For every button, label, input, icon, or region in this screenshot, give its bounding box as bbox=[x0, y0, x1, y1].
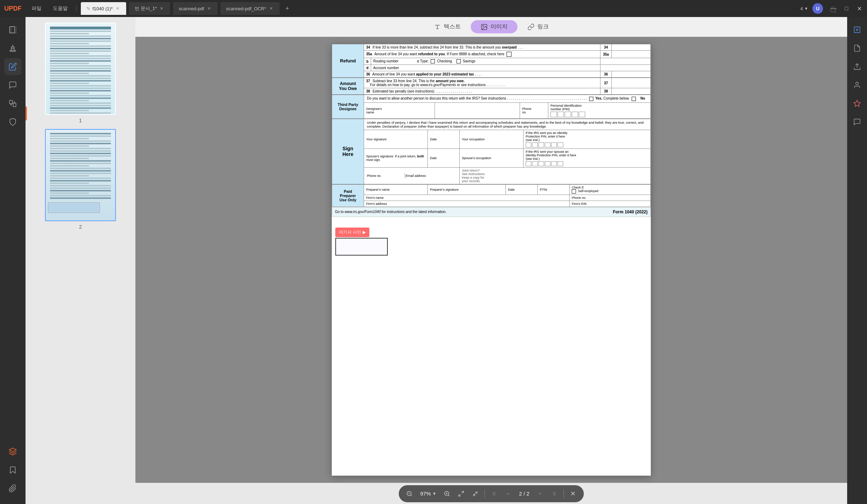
page-up-button[interactable] bbox=[502, 487, 515, 500]
nav-next-button[interactable] bbox=[548, 487, 561, 500]
svg-line-13 bbox=[462, 491, 464, 493]
tab-blank-close[interactable]: ✕ bbox=[159, 6, 164, 11]
thumbnail-page-1[interactable]: 1 bbox=[45, 23, 116, 123]
thumbnail-number-1: 1 bbox=[79, 118, 82, 123]
toolbar-image-label: 이미지 bbox=[491, 23, 508, 30]
phone-email-row: Phone no. Email address bbox=[364, 167, 460, 184]
preparers-sig-label: Preparer's signature bbox=[428, 184, 506, 195]
sidebar-item-convert[interactable] bbox=[4, 95, 21, 112]
spouse-pin-label: If the IRS sent your spouse anIdentity P… bbox=[524, 149, 651, 167]
fit-page-button[interactable] bbox=[469, 487, 482, 500]
toolbar-link-button[interactable]: 링크 bbox=[518, 20, 559, 33]
sidebar-item-stamp[interactable] bbox=[4, 40, 21, 57]
check-if-area: Check if: Self-employed bbox=[570, 184, 651, 195]
document-page: Refund 34 If line 33 is more than line 2… bbox=[332, 44, 651, 476]
row-b-content: Routing number c Type: Checking Savings bbox=[371, 58, 600, 65]
third-party-table: Third PartyDesignee Do you want to allow… bbox=[332, 95, 651, 118]
row-d-value bbox=[600, 65, 651, 71]
toolbar-image-button[interactable]: 이미지 bbox=[471, 20, 518, 33]
sidebar-item-pages[interactable] bbox=[4, 21, 21, 38]
user-avatar[interactable]: U bbox=[812, 3, 823, 14]
fit-width-icon bbox=[458, 491, 464, 497]
toolbar-text-label: 텍스트 bbox=[444, 23, 461, 30]
row-38-content: 38 Estimated tax penalty (see instructio… bbox=[364, 88, 600, 95]
zoom-dropdown-button[interactable]: ▼ bbox=[432, 491, 436, 496]
svg-point-6 bbox=[483, 25, 484, 26]
nav-close-button[interactable]: ✕ bbox=[567, 487, 580, 500]
sign-arrow-icon: ▶ bbox=[363, 230, 366, 235]
date-label-prep: Date bbox=[506, 184, 538, 195]
joint-return-note: Joint return?See instructions.Keep a cop… bbox=[460, 167, 651, 184]
document-area[interactable]: Refund 34 If line 33 is more than line 2… bbox=[135, 37, 847, 483]
tab-f1040[interactable]: ✎ f1040 (1)* ✕ bbox=[81, 2, 126, 15]
sign-icon bbox=[853, 81, 861, 89]
row-35a-linenum: 35a bbox=[600, 51, 612, 58]
tab-f1040-close[interactable]: ✕ bbox=[115, 6, 121, 11]
add-tab-button[interactable]: + bbox=[283, 4, 292, 13]
sign-annotation[interactable]: 여기서 사인 ▶ bbox=[335, 228, 388, 256]
row-b-sub: b bbox=[364, 58, 371, 65]
designees-name-field bbox=[435, 102, 520, 118]
amount-owe-table: AmountYou Owe 37 Subtract line 33 from l… bbox=[332, 78, 651, 95]
page-down-button[interactable] bbox=[534, 487, 547, 500]
content-area: 텍스트 이미지 링크 bbox=[135, 17, 847, 504]
spouse-signature-label: Spouse's signature. If a joint return, b… bbox=[364, 149, 428, 167]
third-party-label: Third PartyDesignee bbox=[332, 95, 364, 118]
identity-pin-label: If the IRS sent you an IdentityProtectio… bbox=[524, 130, 651, 149]
right-icon-export[interactable] bbox=[849, 58, 866, 75]
tab-scanned-ocr-close[interactable]: ✕ bbox=[268, 6, 274, 11]
export-icon bbox=[853, 63, 861, 71]
right-icon-ocr[interactable] bbox=[849, 21, 866, 38]
fit-width-button[interactable] bbox=[455, 487, 468, 500]
savings-label: Savings bbox=[463, 59, 475, 63]
close-button[interactable]: ✕ bbox=[856, 5, 863, 12]
left-sidebar bbox=[0, 17, 26, 504]
right-comment-icon bbox=[853, 118, 861, 126]
nav-prev-button[interactable] bbox=[488, 487, 500, 500]
search-button[interactable] bbox=[825, 17, 841, 20]
divider bbox=[76, 5, 77, 12]
tab-f1040-label: f1040 (1)* bbox=[93, 6, 113, 11]
refund-label: Refund bbox=[332, 44, 364, 78]
page-up-icon bbox=[505, 491, 511, 497]
right-icon-comment[interactable] bbox=[849, 113, 866, 130]
row-34-linenum: 34 bbox=[600, 44, 612, 51]
bottom-bar: 97% ▼ bbox=[135, 483, 847, 504]
ptin-label: PTIN bbox=[538, 184, 570, 195]
row-37-content: 37 Subtract line 33 from line 24. This i… bbox=[364, 78, 600, 88]
toolbar-link-label: 링크 bbox=[537, 23, 549, 30]
sidebar-item-comment[interactable] bbox=[4, 77, 21, 94]
sidebar-item-layers[interactable] bbox=[4, 443, 21, 460]
zoom-out-button[interactable] bbox=[403, 487, 416, 500]
tab-scanned-ocr[interactable]: scanned-pdf_OCR* ✕ bbox=[220, 2, 280, 15]
svg-marker-20 bbox=[854, 100, 860, 106]
app-logo[interactable]: UPDF bbox=[4, 5, 22, 12]
zoom-in-button[interactable] bbox=[441, 487, 453, 500]
sidebar-item-edit[interactable] bbox=[4, 58, 21, 75]
thumbnail-panel: 1 bbox=[26, 17, 135, 504]
form-id: Form 1040 (2022) bbox=[613, 209, 648, 214]
menu-help[interactable]: 도움말 bbox=[49, 4, 72, 13]
tab-edit-icon: ✎ bbox=[86, 6, 90, 11]
right-icon-convert[interactable] bbox=[849, 40, 866, 57]
toolbar-text-button[interactable]: 텍스트 bbox=[424, 20, 471, 33]
sidebar-item-bookmark[interactable] bbox=[4, 461, 21, 478]
sidebar-item-attach[interactable] bbox=[4, 480, 21, 497]
tab-blank[interactable]: 빈 문서_1* ✕ bbox=[129, 2, 170, 15]
thumbnail-page-2[interactable]: 2 bbox=[45, 129, 116, 230]
tab-scanned[interactable]: scanned-pdf ✕ bbox=[173, 2, 218, 15]
phone-no-cell: Phone no. bbox=[366, 173, 405, 178]
right-icon-sign[interactable] bbox=[849, 77, 866, 94]
sign-box bbox=[335, 238, 388, 256]
tab-scanned-close[interactable]: ✕ bbox=[206, 6, 212, 11]
right-icon-ai[interactable] bbox=[849, 95, 866, 112]
row-36-content: 36 Amount of line 34 you want applied to… bbox=[364, 71, 600, 78]
row-38-linenum: 38 bbox=[600, 88, 612, 95]
thumbnail-page-content-1 bbox=[46, 23, 115, 114]
tab-count[interactable]: 4 ▼ bbox=[800, 6, 808, 11]
maximize-button[interactable]: □ bbox=[843, 5, 850, 12]
top-toolbar: 텍스트 이미지 링크 bbox=[135, 17, 847, 37]
svg-line-15 bbox=[476, 491, 478, 493]
menu-file[interactable]: 파일 bbox=[27, 4, 46, 13]
sidebar-item-protect[interactable] bbox=[4, 113, 21, 130]
